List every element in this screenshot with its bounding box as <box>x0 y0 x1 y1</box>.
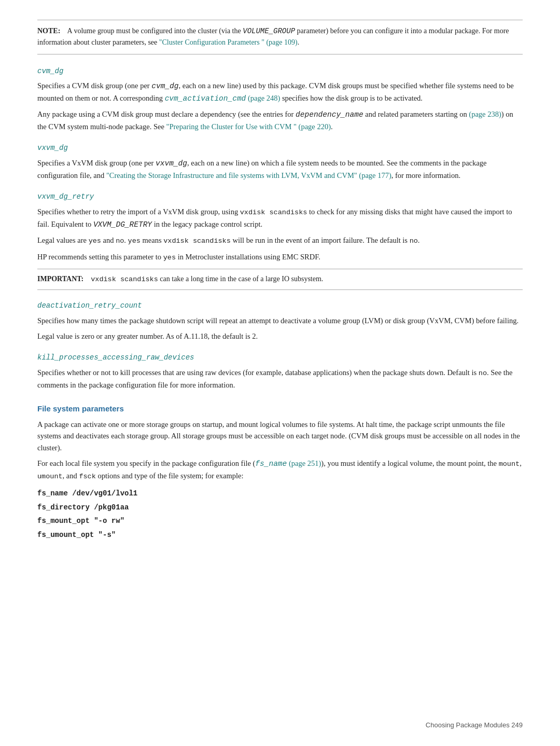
note-text: NOTE: A volume group must be configured … <box>37 25 523 49</box>
fs-page-link[interactable]: (page 251) <box>289 459 321 467</box>
vxvm-retry-para3: HP recommends setting this parameter to … <box>37 251 523 264</box>
code-line-1: fs_name /dev/vg01/lvol1 <box>37 487 523 501</box>
important-label: IMPORTANT: <box>37 275 83 283</box>
cvm-dg-para1: Specifies a CVM disk group (one per cvm_… <box>37 80 523 104</box>
footer: Choosing Package Modules 249 <box>426 720 523 730</box>
important-code: vxdisk scandisks <box>91 275 158 283</box>
fs-code-block: fs_name /dev/vg01/lvol1 fs_directory /pk… <box>37 487 523 542</box>
note-text-pre: A volume group must be configured into t… <box>67 27 243 35</box>
cvm-page238-link[interactable]: (page 238) <box>469 110 501 118</box>
param-header-vxvm-dg: vxvm_dg <box>37 143 523 154</box>
note-box: NOTE: A volume group must be configured … <box>37 20 523 54</box>
vxvm-retry-para1: Specifies whether to retry the import of… <box>37 206 523 230</box>
cvm-page-link[interactable]: (page 248) <box>248 94 280 102</box>
important-box: IMPORTANT: vxdisk scandisks can take a l… <box>37 269 523 290</box>
param-header-deactivation: deactivation_retry_count <box>37 300 523 312</box>
cvm-activation-link[interactable]: cvm_activation_cmd <box>165 94 246 102</box>
deactivation-para2: Legal value is zero or any greater numbe… <box>37 330 523 342</box>
fs-name-link[interactable]: fs_name <box>255 459 287 467</box>
note-param: VOLUME_GROUP <box>243 27 295 35</box>
note-link[interactable]: "Cluster Configuration Parameters " (pag… <box>159 38 298 46</box>
vxvm-dg-para1: Specifies a VxVM disk group (one per vxv… <box>37 157 523 181</box>
important-text: can take a long time in the case of a la… <box>158 275 324 283</box>
vxvm-link[interactable]: "Creating the Storage Infrastructure and… <box>106 171 391 179</box>
cvm-dg-para2: Any package using a CVM disk group must … <box>37 108 523 132</box>
code-line-4: fs_umount_opt "-s" <box>37 528 523 542</box>
deactivation-para1: Specifies how many times the package shu… <box>37 315 523 326</box>
fs-para2: For each local file system you specify i… <box>37 458 523 482</box>
code-line-2: fs_directory /pkg01aa <box>37 501 523 515</box>
param-header-vxvm-dg-retry: vxvm_dg_retry <box>37 191 523 203</box>
code-line-3: fs_mount_opt "-o rw" <box>37 514 523 528</box>
note-text3: . <box>298 38 300 46</box>
kill-processes-para1: Specifies whether or not to kill process… <box>37 367 523 391</box>
cvm-page220-link[interactable]: "Preparing the Cluster for Use with CVM … <box>166 122 331 131</box>
page: NOTE: A volume group must be configured … <box>0 0 560 746</box>
param-header-kill-processes: kill_processes_accessing_raw_devices <box>37 352 523 364</box>
param-header-cvm-dg: cvm_dg <box>37 66 523 77</box>
note-label: NOTE: <box>37 27 60 35</box>
section-header-fs: File system parameters <box>37 403 523 415</box>
fs-para1: A package can activate one or more stora… <box>37 419 523 453</box>
vxvm-retry-para2: Legal values are yes and no. yes means v… <box>37 234 523 247</box>
